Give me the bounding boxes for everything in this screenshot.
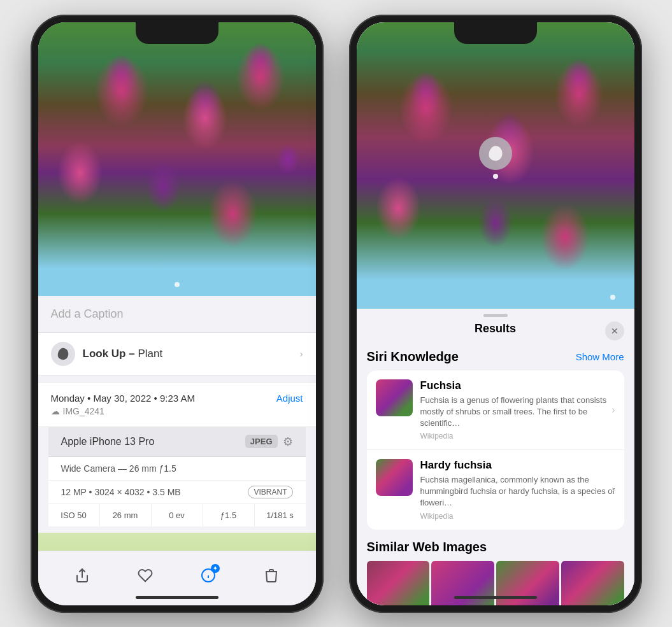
cloud-icon: ☁ [51, 406, 60, 416]
lookup-chevron: › [300, 349, 303, 359]
delete-button[interactable] [257, 561, 285, 589]
fuchsia-thumbnail [376, 379, 413, 416]
info-badge: ✦ [211, 564, 220, 573]
phone-2: Results ✕ Siri Knowledge Show More [349, 15, 642, 613]
leaf-icon [56, 347, 70, 361]
knowledge-card: Fuchsia Fuchsia is a genus of flowering … [367, 370, 624, 530]
camera-mp-res: 12 MP • 3024 × 4032 • 3.5 MB [61, 487, 181, 497]
phone2-content: Results ✕ Siri Knowledge Show More [357, 22, 634, 605]
adjust-button[interactable]: Adjust [276, 393, 303, 404]
shutter-param: 1/181 s [255, 504, 306, 526]
hardy-name: Hardy fuchsia [420, 459, 615, 472]
vibrant-badge: VIBRANT [248, 486, 292, 498]
results-content[interactable]: Siri Knowledge Show More Fuchsia [357, 343, 634, 605]
hardy-text: Hardy fuchsia Fuchsia magellanica, commo… [420, 459, 615, 521]
favorite-button[interactable] [131, 561, 159, 589]
leaf-overlay-icon [487, 144, 504, 162]
home-bar-2 [454, 596, 537, 599]
results-handle[interactable] [357, 309, 634, 320]
results-header: Results ✕ [357, 320, 634, 343]
phone-2-screen: Results ✕ Siri Knowledge Show More [357, 22, 634, 605]
flower-photo [38, 22, 316, 296]
hardy-source: Wikipedia [420, 512, 615, 521]
aperture-param: ƒ1.5 [203, 504, 255, 526]
fuchsia-chevron: › [611, 404, 615, 416]
hardy-chevron: › [611, 484, 615, 495]
camera-specs: 12 MP • 3024 × 4032 • 3.5 MB VIBRANT [48, 481, 306, 504]
date-row: Monday • May 30, 2022 • 9:23 AM Adjust [51, 393, 303, 404]
results-close-button[interactable]: ✕ [605, 321, 624, 341]
page-dot-indicator [175, 282, 180, 287]
siri-knowledge-title: Siri Knowledge [367, 349, 459, 364]
filename: IMG_4241 [63, 406, 104, 416]
phone1-content: Add a Caption Look Up – Plant › [38, 22, 316, 605]
fuchsia-name: Fuchsia [420, 379, 615, 392]
similar-img-1[interactable] [367, 561, 430, 605]
camera-params: ISO 50 26 mm 0 ev ƒ1.5 1/181 s [48, 504, 306, 526]
fuchsia-desc: Fuchsia is a genus of flowering plants t… [420, 395, 615, 430]
fuchsia-text: Fuchsia Fuchsia is a genus of flowering … [420, 379, 615, 441]
caption-area[interactable]: Add a Caption [38, 296, 316, 333]
camera-model-row: Apple iPhone 13 Pro JPEG ⚙ [48, 427, 306, 457]
notch-2 [454, 22, 537, 44]
camera-model-label: Apple iPhone 13 Pro [61, 436, 155, 447]
hardy-desc: Fuchsia magellanica, commonly known as t… [420, 474, 615, 509]
visual-lookup-overlay [479, 137, 512, 179]
notch [136, 22, 218, 44]
results-panel: Results ✕ Siri Knowledge Show More [357, 309, 634, 605]
lookup-icon-wrap [51, 342, 75, 366]
camera-block: Apple iPhone 13 Pro JPEG ⚙ Wide Camera —… [48, 427, 306, 526]
share-button[interactable] [68, 561, 96, 589]
similar-img-4[interactable] [561, 561, 624, 605]
ev-param: 0 ev [152, 504, 203, 526]
results-title: Results [475, 322, 516, 335]
drag-handle [483, 314, 508, 317]
visual-lookup-dot [493, 174, 498, 179]
iso-param: ISO 50 [48, 504, 100, 526]
phone-1-screen: Add a Caption Look Up – Plant › [38, 22, 316, 605]
siri-knowledge-header: Siri Knowledge Show More [367, 349, 624, 364]
photo2-view[interactable] [357, 22, 634, 309]
info-button[interactable]: ✦ [194, 561, 222, 589]
knowledge-item-fuchsia[interactable]: Fuchsia Fuchsia is a genus of flowering … [367, 370, 624, 451]
similar-title: Similar Web Images [367, 540, 624, 554]
lookup-row[interactable]: Look Up – Plant › [38, 333, 316, 376]
page-dot-indicator-2 [610, 295, 615, 300]
hardy-thumbnail [376, 459, 413, 496]
home-bar [136, 596, 218, 599]
visual-lookup-circle [479, 137, 512, 170]
fuchsia-source: Wikipedia [420, 432, 615, 440]
camera-settings-icon[interactable]: ⚙ [283, 435, 293, 449]
phone-1: Add a Caption Look Up – Plant › [31, 15, 324, 613]
camera-lens: Wide Camera — 26 mm ƒ1.5 [48, 457, 306, 481]
focal-param: 26 mm [100, 504, 152, 526]
jpeg-badge: JPEG [245, 435, 278, 448]
filename-row: ☁ IMG_4241 [51, 406, 303, 416]
photo-date: Monday • May 30, 2022 • 9:23 AM [51, 393, 195, 404]
knowledge-item-hardy[interactable]: Hardy fuchsia Fuchsia magellanica, commo… [367, 450, 624, 530]
lookup-label: Look Up – Plant [83, 348, 163, 360]
show-more-button[interactable]: Show More [576, 351, 624, 362]
photo-metadata-block: Monday • May 30, 2022 • 9:23 AM Adjust ☁… [38, 382, 316, 427]
photo-view[interactable] [38, 22, 316, 296]
caption-placeholder[interactable]: Add a Caption [51, 307, 124, 320]
